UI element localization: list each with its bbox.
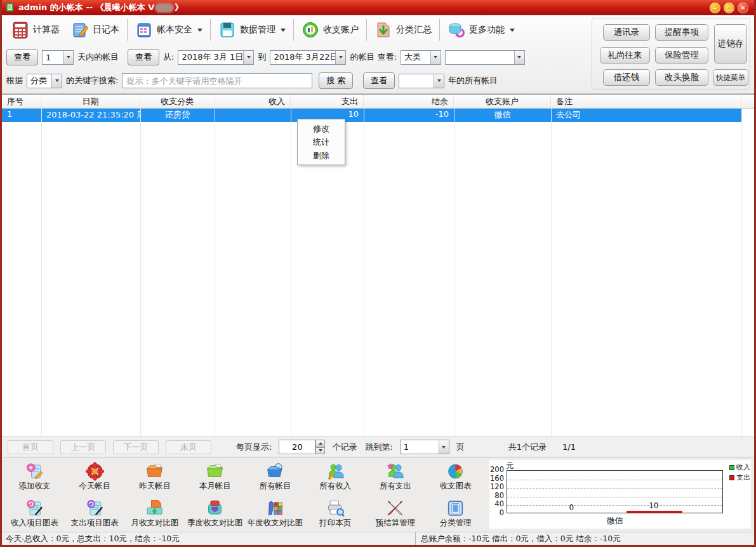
search-button[interactable]: 搜 索 [319,72,353,89]
quick-button-gifts[interactable]: 礼尚往来 [600,47,650,64]
quick-button-skin[interactable]: 改头换脸 [655,69,708,86]
shortcut-budget-manage[interactable]: 预结算管理 [366,495,426,532]
category-summary-icon [375,21,392,39]
records-table: 序号 日期 收支分类 收入 支出 结余 收支账户 备注 1 2018-03-22… [2,94,754,436]
top-strip: 计算器 日记本 帐本安全 数据管理 收支账户 [2,15,754,94]
shortcut-category-manage[interactable]: 分类管理 [425,495,486,532]
quick-button-loans[interactable]: 借还钱 [603,69,650,86]
shortcut-quarter-compare-chart[interactable]: 季度收支对比图 [185,495,245,532]
quick-button-insurance[interactable]: 保险管理 [655,47,708,64]
page-label: 页 [456,442,465,453]
chart-plot [507,470,723,513]
quick-button-shortcut-menu[interactable]: 快捷菜单 [713,69,748,86]
per-page-label: 每页显示: [236,442,272,453]
jump-page-combo[interactable]: 1 [400,440,449,454]
category-type-combo[interactable]: 大类 [401,50,441,65]
close-button[interactable]: ✕ [738,3,748,13]
today-accounts-icon [84,462,105,481]
toolbar-item-more-functions[interactable]: 更多功能 [442,19,521,41]
shortcut-print-page[interactable]: 打印本页 [305,495,366,532]
header-seq[interactable]: 序号 [2,95,41,108]
shortcut-all-income[interactable]: 所有收入 [305,458,366,495]
toolbar-item-calculator[interactable]: 计算器 [6,19,65,41]
shortcut-add-record[interactable]: 添加收支 [4,458,65,495]
toolbar-item-data-manage[interactable]: 数据管理 [213,19,291,41]
shortcut-income-project-chart[interactable]: 收入项目图表 [4,495,65,532]
column-divider [140,109,141,436]
header-remark[interactable]: 备注 [551,95,741,108]
context-menu-item-modify[interactable]: 修改 [298,122,345,135]
keyword-search-input[interactable] [122,73,312,88]
header-account[interactable]: 收支账户 [454,95,551,108]
toolbar-item-ledger-security[interactable]: 帐本安全 [129,19,208,41]
shortcut-yesterday-accounts[interactable]: 昨天帐目 [125,458,185,495]
income-project-chart-icon [24,499,45,518]
toolbar-item-accounts[interactable]: 收支账户 [296,19,364,41]
shortcut-today-accounts[interactable]: 今天帐目 [65,458,125,495]
chevron-down-icon[interactable] [514,51,524,64]
quarter-compare-chart-icon [204,499,225,518]
header-date[interactable]: 日期 [41,95,140,108]
quick-button-reminders[interactable]: 提醒事项 [655,24,708,41]
last-page-button[interactable]: 末页 [166,440,211,454]
chevron-down-icon[interactable] [434,74,444,88]
toolbar-separator [127,19,128,41]
print-page-icon [325,499,346,518]
search-field-combo[interactable]: 分类 [27,74,62,88]
chevron-down-icon[interactable] [243,51,253,64]
next-page-button[interactable]: 下一页 [113,440,159,454]
context-menu-item-delete[interactable]: 删除 [298,149,345,162]
minimize-button[interactable]: – [710,3,720,13]
shortcut-year-compare-chart[interactable]: 年度收支对比图 [245,495,305,532]
header-expense[interactable]: 支出 [291,95,364,108]
data-manage-icon [218,21,236,39]
quick-button-contacts[interactable]: 通讯录 [603,24,650,41]
days-combo[interactable]: 1 [42,50,74,65]
cell-remark: 去公司 [551,109,741,122]
days-suffix-label: 天内的帐目 [77,51,119,63]
shortcut-income-expense-chart[interactable]: 收支图表 [425,458,486,495]
shortcut-month-accounts[interactable]: 本月帐目 [185,458,245,495]
context-menu-item-stats[interactable]: 统计 [298,135,345,149]
add-record-icon [24,462,45,481]
shortcut-expense-project-chart[interactable]: 支出项目图表 [65,495,125,532]
cell-category: 还房贷 [140,109,215,122]
spinner-up-icon[interactable] [315,440,325,447]
prev-page-button[interactable]: 上一页 [60,440,106,454]
diary-icon [71,21,89,39]
toolbar-item-diary[interactable]: 日记本 [65,19,125,41]
window-title: admin 的小帐本 -- 《晨曦小帐本 V》 [18,2,183,13]
chevron-down-icon[interactable] [63,51,73,64]
income-expense-chart: 元 收入支出 04080120160200微信010 [489,460,751,529]
shortcut-month-compare-chart[interactable]: 月收支对比图 [125,495,185,532]
per-page-input[interactable] [279,440,315,454]
shortcut-all-expense[interactable]: 所有支出 [366,458,426,495]
month-accounts-icon [204,462,225,481]
toolbar-item-category-summary[interactable]: 分类汇总 [369,19,437,41]
per-page-spinner [315,440,325,454]
chevron-down-icon [281,29,286,32]
view-days-button[interactable]: 查看 [6,49,38,65]
chevron-down-icon[interactable] [430,51,441,64]
expense-project-chart-icon [84,499,105,518]
shortcut-panel: 添加收支 今天帐目 昨天帐目 本月帐目 所有帐目 所有收入 [2,457,754,532]
spinner-down-icon[interactable] [315,447,325,455]
view-range-button[interactable]: 查看 [128,49,159,65]
quick-button-inventory[interactable]: 进销存 [714,24,747,64]
table-row[interactable]: 1 2018-03-22 21:35:20 周四 还房贷 10 -10 微信 去… [2,109,741,122]
shortcut-all-accounts[interactable]: 所有帐目 [245,458,305,495]
chevron-down-icon[interactable] [439,440,449,454]
first-page-button[interactable]: 首页 [8,440,53,454]
chevron-down-icon[interactable] [335,51,345,64]
subcategory-combo[interactable] [445,50,525,65]
chevron-down-icon[interactable] [51,74,62,88]
view-year-button[interactable]: 查看 [363,72,395,89]
header-income[interactable]: 收入 [215,95,291,108]
header-balance[interactable]: 结余 [364,95,454,108]
year-combo[interactable] [399,74,444,88]
maximize-button[interactable]: ▢ [724,3,734,13]
to-date-combo[interactable]: 2018年 3月22日 [270,50,346,65]
header-category[interactable]: 收支分类 [140,95,215,108]
from-date-combo[interactable]: 2018年 3月 1日 [178,50,254,65]
titlebar[interactable]: admin 的小帐本 -- 《晨曦小帐本 V》 – ▢ ✕ [2,0,754,15]
